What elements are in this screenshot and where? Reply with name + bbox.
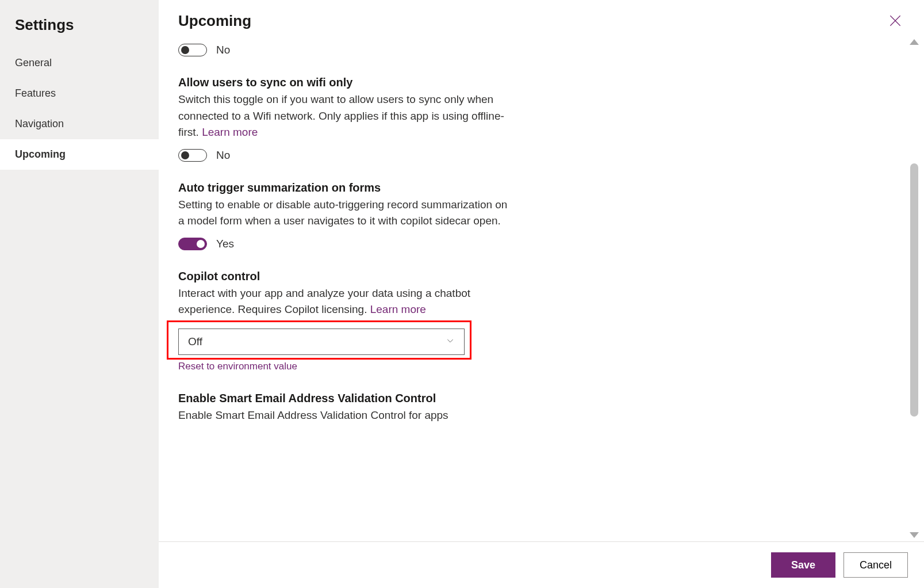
close-button[interactable] — [886, 12, 904, 30]
setting-previous-toggle: No — [178, 44, 512, 56]
chevron-down-icon — [446, 335, 455, 348]
reset-link-copilot-control[interactable]: Reset to environment value — [178, 361, 297, 372]
scroll-down-icon[interactable] — [910, 532, 919, 538]
page-title: Upcoming — [178, 12, 251, 30]
learn-more-sync-wifi[interactable]: Learn more — [202, 126, 258, 138]
panel-footer: Save Cancel — [159, 541, 924, 588]
setting-copilot-control: Copilot control Interact with your app a… — [178, 270, 512, 372]
sidebar-item-features[interactable]: Features — [0, 78, 159, 109]
cancel-button[interactable]: Cancel — [844, 552, 908, 578]
setting-title-smart-email: Enable Smart Email Address Validation Co… — [178, 392, 512, 405]
main-panel: Upcoming No Allow users to sync on wifi … — [159, 0, 924, 588]
close-icon — [888, 13, 903, 28]
toggle-auto-summarize[interactable] — [178, 238, 207, 250]
setting-title-sync-wifi: Allow users to sync on wifi only — [178, 76, 512, 89]
learn-more-copilot-control[interactable]: Learn more — [370, 303, 426, 315]
select-value-copilot-control: Off — [188, 335, 202, 348]
toggle-sync-wifi[interactable] — [178, 149, 207, 162]
select-copilot-control[interactable]: Off — [178, 329, 465, 355]
setting-title-auto-summarize: Auto trigger summarization on forms — [178, 181, 512, 194]
setting-sync-wifi: Allow users to sync on wifi only Switch … — [178, 76, 512, 162]
sidebar-title: Settings — [0, 12, 159, 48]
sidebar-item-upcoming[interactable]: Upcoming — [0, 139, 159, 170]
setting-desc-auto-summarize: Setting to enable or disable auto-trigge… — [178, 197, 512, 230]
setting-desc-smart-email: Enable Smart Email Address Validation Co… — [178, 407, 512, 424]
toggle-label-previous: No — [216, 44, 230, 56]
setting-auto-summarize: Auto trigger summarization on forms Sett… — [178, 181, 512, 250]
scroll-track[interactable] — [910, 48, 918, 532]
toggle-label-sync-wifi: No — [216, 149, 230, 162]
toggle-label-auto-summarize: Yes — [216, 238, 234, 250]
setting-desc-sync-wifi: Switch this toggle on if you want to all… — [178, 91, 512, 141]
toggle-previous[interactable] — [178, 44, 207, 56]
setting-title-copilot-control: Copilot control — [178, 270, 512, 283]
sidebar-item-navigation[interactable]: Navigation — [0, 109, 159, 139]
sidebar-item-general[interactable]: General — [0, 48, 159, 78]
panel-header: Upcoming — [159, 0, 924, 36]
settings-sidebar: Settings General Features Navigation Upc… — [0, 0, 159, 588]
scroll-thumb[interactable] — [910, 163, 918, 417]
scrollbar — [908, 36, 921, 541]
scroll-up-icon[interactable] — [910, 39, 919, 45]
settings-scroll[interactable]: No Allow users to sync on wifi only Swit… — [159, 36, 904, 541]
setting-smart-email: Enable Smart Email Address Validation Co… — [178, 392, 512, 424]
save-button[interactable]: Save — [771, 552, 835, 578]
setting-desc-copilot-control: Interact with your app and analyze your … — [178, 285, 512, 318]
